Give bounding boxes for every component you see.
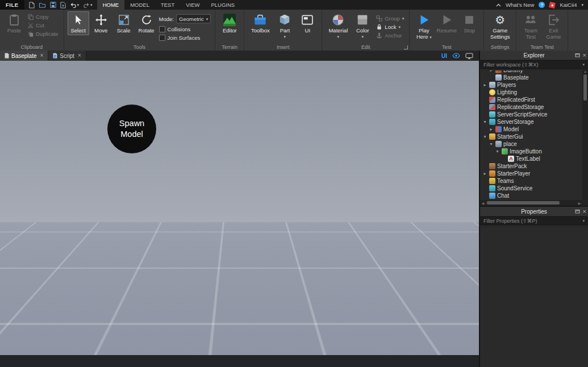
file-menu-button[interactable]: FILE — [0, 0, 24, 10]
exit-game-button[interactable]: Exit Game — [543, 11, 564, 41]
explorer-item-model[interactable]: ▸ Model — [480, 126, 582, 133]
toolbox-button[interactable]: Toolbox — [248, 11, 273, 35]
close-tab-icon[interactable]: × — [39, 53, 43, 59]
close-panel-icon[interactable]: × — [583, 52, 586, 59]
explorer-item-imagebutton[interactable]: ▾ ImageButton — [480, 148, 582, 155]
paste-button[interactable]: Paste — [3, 11, 25, 35]
color-chevron-icon[interactable]: ▾ — [362, 35, 364, 39]
scale-tool-button[interactable]: Scale — [113, 11, 135, 35]
collisions-checkbox[interactable] — [159, 26, 165, 32]
tree-expand-icon[interactable]: ▸ — [489, 127, 494, 132]
join-surfaces-checkbox[interactable] — [159, 35, 165, 41]
explorer-item-replicatedstorage[interactable]: ReplicatedStorage — [480, 103, 582, 111]
explorer-item-startergui[interactable]: ▾ StarterGui — [480, 133, 582, 140]
explorer-item-textlabel[interactable]: TextLabel — [480, 155, 582, 162]
part-button[interactable]: Part ▾ — [274, 11, 295, 40]
anchor-button[interactable]: Anchor — [375, 32, 405, 39]
group-button[interactable]: Group ▾ — [375, 15, 405, 22]
material-button[interactable]: Material ▾ — [326, 11, 351, 40]
tree-expand-icon[interactable]: ▾ — [489, 142, 494, 147]
explorer-item-soundservice[interactable]: SoundService — [480, 185, 582, 192]
account-chevron-icon[interactable]: ▾ — [581, 3, 583, 7]
stop-button[interactable]: Stop — [458, 11, 480, 35]
new-file-icon[interactable] — [29, 2, 35, 9]
explorer-item-players[interactable]: ▸ Players — [480, 81, 582, 89]
ui-button[interactable]: UI — [297, 11, 318, 35]
tree-expand-icon[interactable]: ▸ — [482, 83, 487, 87]
rotate-tool-button[interactable]: Rotate — [136, 11, 157, 35]
explorer-item-starterpack[interactable]: StarterPack — [480, 162, 582, 170]
explorer-header[interactable]: Explorer × — [480, 51, 588, 60]
lock-chevron-icon[interactable]: ▾ — [398, 25, 401, 29]
explorer-item-lighting[interactable]: Lighting — [480, 89, 582, 96]
save-icon[interactable] — [50, 2, 56, 8]
tree-expand-icon[interactable]: ▾ — [495, 149, 500, 154]
explorer-filter-input[interactable]: Filter workspace (⇧⌘X) ▾ — [481, 60, 587, 69]
menu-tab-test[interactable]: TEST — [155, 0, 180, 10]
menu-tab-view[interactable]: VIEW — [180, 0, 205, 10]
scroll-left-icon[interactable]: ◀ — [480, 201, 486, 205]
explorer-horizontal-scrollbar[interactable]: ◀ ▶ — [480, 200, 582, 206]
explorer-item-starterplayer[interactable]: ▸ StarterPlayer — [480, 170, 582, 177]
explorer-item-replicatedfirst[interactable]: ReplicatedFirst — [480, 96, 582, 103]
undo-icon[interactable]: ▾ — [70, 2, 80, 8]
float-panel-icon[interactable] — [575, 53, 580, 57]
play-here-button[interactable]: Play Here ▾ — [413, 11, 435, 41]
explorer-item-chat[interactable]: Chat — [480, 192, 582, 199]
tree-expand-icon[interactable]: ▸ — [489, 70, 494, 73]
float-panel-icon[interactable] — [575, 209, 580, 214]
open-file-icon[interactable] — [39, 2, 46, 8]
resume-button[interactable]: Resume — [436, 11, 457, 35]
color-button[interactable]: Color ▾ — [352, 11, 373, 40]
filter-chevron-icon[interactable]: ▾ — [582, 62, 585, 66]
join-surfaces-checkbox-row[interactable]: Join Surfaces — [159, 34, 211, 41]
doc-tab-baseplate[interactable]: Baseplate × — [0, 51, 48, 61]
copy-button[interactable]: Copy — [27, 13, 60, 20]
close-tab-icon[interactable]: × — [77, 53, 81, 59]
explorer-item-teams[interactable]: Teams — [480, 177, 582, 185]
baseplate-grid[interactable] — [0, 61, 479, 222]
menu-tab-plugins[interactable]: PLUGINS — [205, 0, 240, 10]
collapse-ribbon-icon[interactable] — [496, 3, 501, 7]
redo-icon[interactable]: ▾ — [83, 2, 93, 8]
scroll-up-icon[interactable]: ▲ — [583, 69, 587, 74]
tree-expand-icon[interactable]: ▸ — [482, 172, 487, 176]
tree-expand-icon[interactable]: ▾ — [482, 135, 487, 139]
team-test-button[interactable]: Team Test — [520, 11, 541, 41]
game-settings-button[interactable]: ⚙ Game Settings — [487, 11, 512, 41]
collisions-checkbox-row[interactable]: Collisions — [159, 26, 211, 33]
viewport-3d[interactable]: Spawn Model — [0, 61, 479, 355]
doc-tab-script[interactable]: Script × — [48, 51, 86, 61]
material-chevron-icon[interactable]: ▾ — [337, 35, 340, 39]
scroll-thumb[interactable] — [487, 201, 560, 205]
mode-select[interactable]: Geometric▾ — [176, 14, 211, 23]
scroll-thumb[interactable] — [583, 74, 587, 101]
properties-header[interactable]: Properties × — [480, 207, 588, 216]
terrain-editor-button[interactable]: Editor — [219, 11, 240, 35]
scroll-right-icon[interactable]: ▶ — [577, 201, 582, 205]
close-panel-icon[interactable]: × — [583, 208, 586, 215]
menu-tab-model[interactable]: MODEL — [124, 0, 155, 10]
move-tool-button[interactable]: Move — [90, 11, 112, 35]
filter-chevron-icon[interactable]: ▾ — [582, 219, 585, 223]
explorer-item-place[interactable]: ▾ place — [480, 140, 582, 148]
explorer-vertical-scrollbar[interactable]: ▲ — [582, 69, 588, 200]
spawn-marker[interactable]: Spawn Model — [107, 105, 156, 153]
select-tool-button[interactable]: Select — [68, 11, 89, 35]
cut-button[interactable]: Cut — [27, 22, 60, 29]
device-emulator-icon[interactable] — [465, 53, 473, 59]
whats-new-link[interactable]: What's New — [506, 2, 534, 8]
explorer-item-baseplate[interactable]: Baseplate — [480, 74, 582, 81]
roblox-logo-icon[interactable] — [549, 2, 556, 9]
tree-expand-icon[interactable]: ▾ — [482, 120, 487, 124]
explorer-item-serverstorage[interactable]: ▾ ServerStorage — [480, 118, 582, 126]
help-icon[interactable]: ? — [539, 2, 545, 8]
lock-button[interactable]: Lock ▾ — [375, 23, 405, 31]
ui-editor-toggle[interactable]: UI — [441, 53, 447, 59]
explorer-item-serverscriptservice[interactable]: ServerScriptService — [480, 111, 582, 118]
publish-icon[interactable] — [60, 2, 66, 9]
duplicate-button[interactable]: Duplicate — [27, 30, 60, 37]
visibility-eye-icon[interactable] — [452, 53, 460, 59]
part-chevron-icon[interactable]: ▾ — [284, 35, 286, 39]
username-label[interactable]: KaiCii4 — [560, 2, 577, 8]
